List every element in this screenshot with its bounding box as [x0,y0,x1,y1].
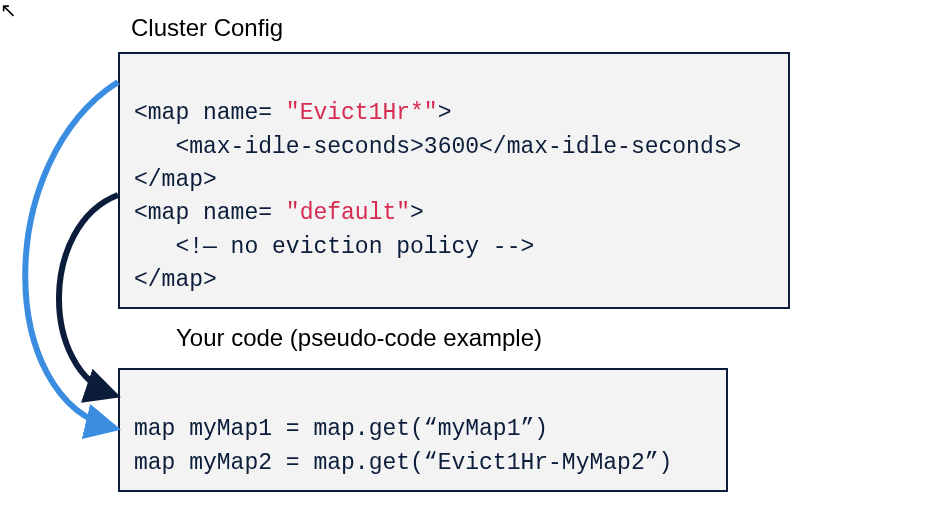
xml-map1-name-value: "Evict1Hr*" [286,100,438,126]
heading-cluster-config: Cluster Config [131,14,283,42]
pseudocode-box: map myMap1 = map.get(“myMap1”) map myMap… [118,368,728,492]
xml-map2-open-tag: <map name= [134,200,286,226]
xml-map2-body: <!— no eviction policy --> [134,234,534,260]
xml-map1-open-tag: <map name= [134,100,286,126]
xml-map2-open-close: > [410,200,424,226]
heading-your-code: Your code (pseudo-code example) [176,324,542,352]
arrow-default-to-mymap1 [59,195,118,395]
xml-map1-close-tag: </map> [134,167,217,193]
xml-map1-open-close: > [438,100,452,126]
cursor-icon: ↖ [0,0,17,20]
code-line-1: map myMap1 = map.get(“myMap1”) [134,416,548,442]
arrow-evict-to-mymap2 [25,82,118,428]
code-line-2: map myMap2 = map.get(“Evict1Hr-MyMap2”) [134,450,672,476]
xml-map2-name-value: "default" [286,200,410,226]
xml-map1-body: <max-idle-seconds>3600</max-idle-seconds… [134,134,741,160]
xml-map2-close-tag: </map> [134,267,217,293]
config-code-box: <map name= "Evict1Hr*"> <max-idle-second… [118,52,790,309]
